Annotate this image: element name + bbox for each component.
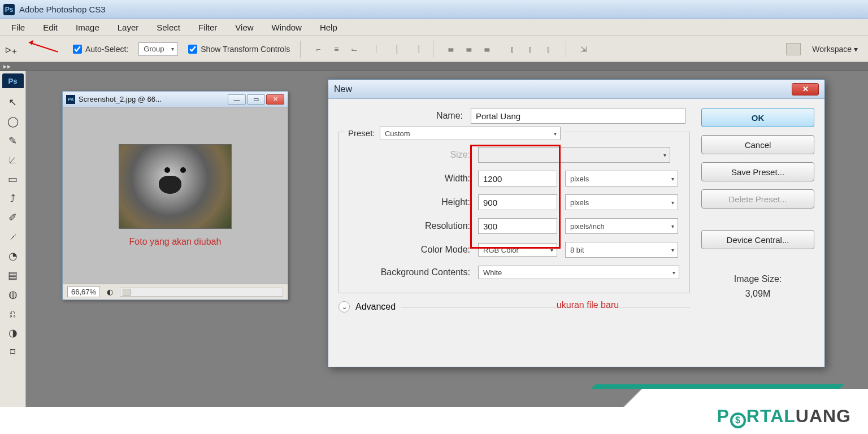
minimize-button[interactable]: — <box>228 94 246 105</box>
dialog-close-button[interactable]: ✕ <box>792 83 819 96</box>
resolution-unit-combo[interactable]: pixels/inch <box>565 218 678 234</box>
auto-align-icon[interactable]: ⇲ <box>576 42 591 57</box>
preset-label: Preset: <box>348 128 375 138</box>
device-central-button[interactable]: Device Central... <box>701 230 814 249</box>
app-icon: Ps <box>3 4 15 15</box>
history-brush-icon[interactable]: ◔ <box>2 246 24 266</box>
move-tool-icon: ▹₊ <box>6 42 18 56</box>
document-canvas[interactable]: Foto yang akan diubah <box>63 107 288 284</box>
height-label: Height: <box>346 197 470 207</box>
options-bar: ▹₊ Auto-Select: Group Show Transform Con… <box>0 36 868 62</box>
slice-tool-icon[interactable]: ▭ <box>2 170 24 189</box>
show-transform-checkbox[interactable]: Show Transform Controls <box>188 45 290 54</box>
crop-tool-icon[interactable]: ⟀ <box>2 150 24 170</box>
advanced-toggle[interactable]: ⌄ <box>338 301 350 313</box>
doc-info-icon[interactable]: ◐ <box>107 288 113 296</box>
new-document-dialog: New ✕ Name: Preset: Custom Size: <box>328 79 825 367</box>
dist-bottom-icon[interactable]: ≣ <box>480 42 494 57</box>
dodge-tool-icon[interactable]: ◑ <box>2 323 24 342</box>
auto-select-checkbox[interactable]: Auto-Select: <box>73 45 128 54</box>
save-preset-button[interactable]: Save Preset... <box>701 162 814 181</box>
delete-preset-button: Delete Preset... <box>701 189 814 209</box>
width-input[interactable] <box>478 171 557 186</box>
workspace-menu[interactable]: Workspace ▾ <box>812 45 858 54</box>
dist-top-icon[interactable]: ≣ <box>444 42 458 57</box>
annotation-note: ukuran file baru <box>485 300 690 310</box>
gradient-tool-icon[interactable]: ◍ <box>2 285 24 304</box>
document-title: Screenshot_2.jpg @ 66... <box>79 95 224 103</box>
eraser-tool-icon[interactable]: ▤ <box>2 266 24 285</box>
watermark-text: P$RTALUANG <box>717 406 852 428</box>
advanced-label: Advanced <box>355 302 396 312</box>
align-bottom-icon[interactable]: ⌙ <box>347 42 362 57</box>
distribute-h-icons: ⫿ ⫿ ⫿ <box>505 42 555 57</box>
brush-tool-icon[interactable]: ✐ <box>2 208 24 227</box>
name-input[interactable] <box>471 108 685 124</box>
align-vcenter-icon[interactable]: ≡ <box>329 42 344 57</box>
distribute-icons: ≣ ≣ ≣ <box>444 42 494 57</box>
menu-image[interactable]: Image <box>67 20 108 34</box>
height-unit-combo[interactable]: pixels <box>565 194 678 210</box>
width-unit-combo[interactable]: pixels <box>565 171 678 186</box>
height-input[interactable] <box>478 194 557 210</box>
image-size-value: 3,09M <box>701 289 814 299</box>
marquee-tool-icon[interactable]: ◯ <box>2 112 24 131</box>
menu-file[interactable]: File <box>2 20 34 34</box>
menu-select[interactable]: Select <box>147 20 189 34</box>
h-scrollbar[interactable] <box>120 288 283 297</box>
stamp-tool-icon[interactable]: ⟋ <box>2 227 24 246</box>
dist-hcenter-icon[interactable]: ⫿ <box>523 42 537 57</box>
app-title: Adobe Photoshop CS3 <box>19 5 106 14</box>
workspace-area: Ps ↖ ◯ ✎ ⟀ ▭ ⤴ ✐ ⟋ ◔ ▤ ◍ ⎌ ◑ ⌑ Ps Screen… <box>0 71 868 407</box>
move-tool-icon[interactable]: ↖ <box>2 93 24 112</box>
image-size-label: Image Size: <box>701 274 814 284</box>
dock-strip[interactable]: ►► <box>0 62 868 71</box>
menu-bar: File Edit Image Layer Select Filter View… <box>0 19 868 36</box>
document-window: Ps Screenshot_2.jpg @ 66... — ▭ ✕ Foto y… <box>62 91 288 300</box>
color-depth-combo[interactable]: 8 bit <box>565 242 678 258</box>
divider <box>401 307 690 307</box>
pen-tool-icon[interactable]: ⌑ <box>2 342 24 362</box>
healing-tool-icon[interactable]: ⤴ <box>2 189 24 208</box>
document-status-bar: 66,67% ◐ <box>63 284 288 300</box>
document-title-bar[interactable]: Ps Screenshot_2.jpg @ 66... — ▭ ✕ <box>63 92 288 107</box>
watermark: P$RTALUANG <box>642 389 868 434</box>
dist-vcenter-icon[interactable]: ≣ <box>462 42 476 57</box>
preset-combo[interactable]: Custom <box>380 127 561 140</box>
scroll-left-icon[interactable] <box>123 289 131 296</box>
title-bar: Ps Adobe Photoshop CS3 <box>0 0 868 19</box>
auto-select-mode-combo[interactable]: Group <box>138 42 178 56</box>
cancel-button[interactable]: Cancel <box>701 135 814 154</box>
koala-image <box>119 144 232 229</box>
align-right-icon[interactable]: ⎹ <box>408 42 423 57</box>
menu-view[interactable]: View <box>226 20 262 34</box>
ok-button[interactable]: OK <box>701 108 814 127</box>
lasso-tool-icon[interactable]: ✎ <box>2 131 24 150</box>
maximize-button[interactable]: ▭ <box>247 94 265 105</box>
align-top-icon[interactable]: ⌐ <box>311 42 326 57</box>
dialog-title-bar[interactable]: New ✕ <box>328 80 824 99</box>
background-combo[interactable]: White <box>478 266 679 279</box>
menu-layer[interactable]: Layer <box>108 20 148 34</box>
menu-filter[interactable]: Filter <box>189 20 226 34</box>
close-button[interactable]: ✕ <box>266 94 284 105</box>
size-combo <box>478 147 670 163</box>
resolution-label: Resolution: <box>346 221 470 231</box>
annotation-arrow <box>29 41 63 58</box>
palette-tab-icon[interactable]: Ps <box>2 73 24 88</box>
zoom-field[interactable]: 66,67% <box>67 287 100 297</box>
background-label: Background Contents: <box>346 267 470 277</box>
align-icons: ⌐ ≡ ⌙ <box>311 42 362 57</box>
menu-edit[interactable]: Edit <box>34 20 67 34</box>
document-icon: Ps <box>66 95 75 104</box>
resolution-input[interactable] <box>478 218 557 234</box>
menu-help[interactable]: Help <box>311 20 346 34</box>
blur-tool-icon[interactable]: ⎌ <box>2 304 24 323</box>
color-mode-combo[interactable]: RGB Color <box>478 243 557 257</box>
dist-left-icon[interactable]: ⫿ <box>505 42 519 57</box>
align-hcenter-icon[interactable]: │ <box>390 42 405 57</box>
dist-right-icon[interactable]: ⫿ <box>541 42 555 57</box>
screen-mode-icon[interactable] <box>786 43 801 55</box>
align-left-icon[interactable]: ⎸ <box>372 42 387 57</box>
menu-window[interactable]: Window <box>263 20 311 34</box>
